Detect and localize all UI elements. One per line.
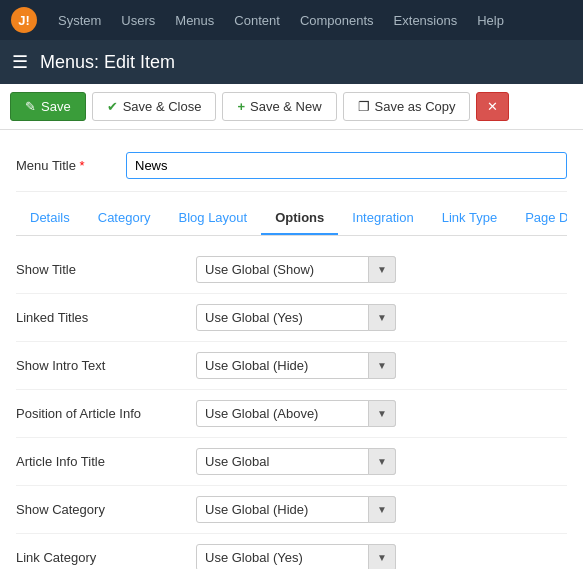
save-new-button[interactable]: + Save & New — [222, 92, 336, 121]
top-navigation: J! System Users Menus Content Components… — [0, 0, 583, 40]
header-bar: ☰ Menus: Edit Item — [0, 40, 583, 84]
tab-blog-layout[interactable]: Blog Layout — [165, 202, 262, 235]
field-row: Position of Article InfoUse Global (Abov… — [16, 390, 567, 438]
field-row: Linked TitlesUse Global (Yes)YesNo▼ — [16, 294, 567, 342]
field-select[interactable]: Use Global (Above)AboveBelowSplit — [196, 400, 396, 427]
field-select[interactable]: Use Global (Hide)ShowHide — [196, 352, 396, 379]
plus-icon: + — [237, 99, 245, 114]
field-select-wrapper: Use Global (Hide)ShowHide▼ — [196, 496, 396, 523]
required-indicator: * — [80, 158, 85, 173]
save-close-button[interactable]: ✔ Save & Close — [92, 92, 217, 121]
nav-components[interactable]: Components — [290, 0, 384, 40]
menu-title-row: Menu Title * — [16, 144, 567, 192]
nav-content[interactable]: Content — [224, 0, 290, 40]
options-tab-content: Show TitleUse Global (Show)ShowHide▼Link… — [0, 236, 583, 569]
copy-icon: ❐ — [358, 99, 370, 114]
menu-title-label: Menu Title * — [16, 158, 126, 173]
save-copy-label: Save as Copy — [375, 99, 456, 114]
field-select[interactable]: Use Global (Show)ShowHide — [196, 256, 396, 283]
field-select-wrapper: Use Global (Yes)YesNo▼ — [196, 304, 396, 331]
tab-page-display[interactable]: Page Display — [511, 202, 567, 235]
tab-details[interactable]: Details — [16, 202, 84, 235]
toolbar: ✎ Save ✔ Save & Close + Save & New ❐ Sav… — [0, 84, 583, 130]
field-select-wrapper: Use GlobalShowHide▼ — [196, 448, 396, 475]
field-row: Show TitleUse Global (Show)ShowHide▼ — [16, 246, 567, 294]
tab-link-type[interactable]: Link Type — [428, 202, 511, 235]
field-row: Article Info TitleUse GlobalShowHide▼ — [16, 438, 567, 486]
field-select[interactable]: Use Global (Yes)YesNo — [196, 544, 396, 569]
tab-bar: Details Category Blog Layout Options Int… — [16, 202, 567, 236]
save-button[interactable]: ✎ Save — [10, 92, 86, 121]
save-close-label: Save & Close — [123, 99, 202, 114]
tab-integration[interactable]: Integration — [338, 202, 427, 235]
field-label: Position of Article Info — [16, 406, 196, 421]
close-button[interactable]: ✕ — [476, 92, 509, 121]
nav-help[interactable]: Help — [467, 0, 514, 40]
nav-extensions[interactable]: Extensions — [384, 0, 468, 40]
field-select[interactable]: Use Global (Yes)YesNo — [196, 304, 396, 331]
field-label: Article Info Title — [16, 454, 196, 469]
field-label: Show Intro Text — [16, 358, 196, 373]
save-copy-button[interactable]: ❐ Save as Copy — [343, 92, 471, 121]
field-row: Link CategoryUse Global (Yes)YesNo▼ — [16, 534, 567, 569]
save-new-label: Save & New — [250, 99, 322, 114]
tab-options[interactable]: Options — [261, 202, 338, 235]
nav-system[interactable]: System — [48, 0, 111, 40]
field-row: Show CategoryUse Global (Hide)ShowHide▼ — [16, 486, 567, 534]
save-label: Save — [41, 99, 71, 114]
menu-title-input[interactable] — [126, 152, 567, 179]
field-select-wrapper: Use Global (Show)ShowHide▼ — [196, 256, 396, 283]
hamburger-icon[interactable]: ☰ — [12, 51, 28, 73]
joomla-logo-icon: J! — [10, 6, 38, 34]
nav-menus[interactable]: Menus — [165, 0, 224, 40]
field-select[interactable]: Use GlobalShowHide — [196, 448, 396, 475]
nav-menu: System Users Menus Content Components Ex… — [48, 0, 514, 40]
field-select-wrapper: Use Global (Above)AboveBelowSplit▼ — [196, 400, 396, 427]
tab-category[interactable]: Category — [84, 202, 165, 235]
close-icon: ✕ — [487, 99, 498, 114]
field-row: Show Intro TextUse Global (Hide)ShowHide… — [16, 342, 567, 390]
field-label: Linked Titles — [16, 310, 196, 325]
field-label: Show Category — [16, 502, 196, 517]
check-icon: ✔ — [107, 99, 118, 114]
svg-text:J!: J! — [18, 13, 30, 28]
field-select[interactable]: Use Global (Hide)ShowHide — [196, 496, 396, 523]
nav-users[interactable]: Users — [111, 0, 165, 40]
field-label: Show Title — [16, 262, 196, 277]
field-select-wrapper: Use Global (Yes)YesNo▼ — [196, 544, 396, 569]
page-title: Menus: Edit Item — [40, 52, 175, 73]
save-icon: ✎ — [25, 99, 36, 114]
content-area: Menu Title * Details Category Blog Layou… — [0, 130, 583, 236]
field-select-wrapper: Use Global (Hide)ShowHide▼ — [196, 352, 396, 379]
field-label: Link Category — [16, 550, 196, 565]
